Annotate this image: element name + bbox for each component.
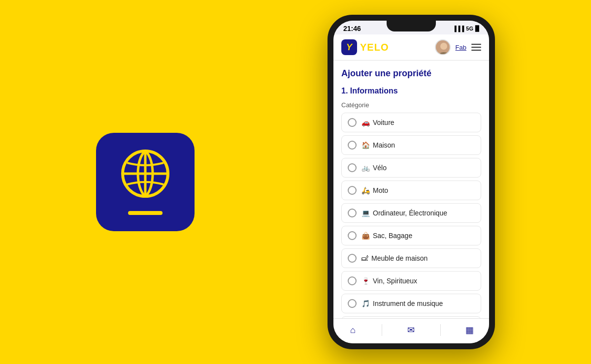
header-logo: Y YELO xyxy=(341,39,389,55)
radio-item-sac[interactable]: 👜 Sac, Bagage xyxy=(341,226,481,245)
mail-icon: ✉ xyxy=(407,325,415,335)
hamburger-line-1 xyxy=(471,44,481,45)
radio-circle-meuble xyxy=(348,254,357,263)
radio-icon-instrument: 🎵 xyxy=(361,300,370,307)
radio-circle-moto xyxy=(348,186,357,195)
phone-notch xyxy=(387,21,436,31)
radio-label-instrument: 🎵 Instrument de musique xyxy=(361,300,443,307)
network-type: 5G xyxy=(466,26,473,31)
user-avatar[interactable] xyxy=(435,39,451,55)
radio-circle-ordinateur xyxy=(348,209,357,217)
radio-icon-sac: 👜 xyxy=(361,232,370,240)
avatar-svg xyxy=(436,40,451,55)
radio-label-meuble: 🛋 Meuble de maison xyxy=(361,254,427,262)
grid-icon: ▦ xyxy=(465,325,474,335)
page-title: Ajouter une propriété xyxy=(341,68,481,79)
radio-item-moto[interactable]: 🛵 Moto xyxy=(341,181,481,200)
radio-label-ordinateur: 💻 Ordinateur, Électronique xyxy=(361,209,447,217)
nav-divider-1 xyxy=(382,324,382,336)
phone-mockup: 21:46 ▐▐▐ 5G ▉ Y YELO xyxy=(328,15,495,349)
user-name[interactable]: Fab xyxy=(456,44,466,51)
nav-grid[interactable]: ▦ xyxy=(460,323,480,337)
section-title: 1. Informations xyxy=(341,87,481,95)
radio-label-maison: 🏠 Maison xyxy=(361,141,395,149)
bottom-nav: ⌂ ✉ ▦ xyxy=(333,318,489,343)
header-right: Fab xyxy=(435,39,481,55)
category-label: Catégorie xyxy=(341,101,481,109)
radio-label-sac: 👜 Sac, Bagage xyxy=(361,232,412,240)
radio-icon-maison: 🏠 xyxy=(361,141,370,149)
radio-icon-moto: 🛵 xyxy=(361,186,370,194)
radio-label-voiture: 🚗 Voiture xyxy=(361,119,394,126)
status-icons: ▐▐▐ 5G ▉ xyxy=(453,26,479,32)
nav-home[interactable]: ⌂ xyxy=(343,323,362,337)
hamburger-line-2 xyxy=(471,47,481,48)
radio-icon-velo: 🚲 xyxy=(361,164,370,172)
phone-screen: 21:46 ▐▐▐ 5G ▉ Y YELO xyxy=(333,21,489,343)
nav-mail[interactable]: ✉ xyxy=(401,323,421,337)
hamburger-line-3 xyxy=(471,50,481,51)
radio-label-vin: 🍷 Vin, Spiritueux xyxy=(361,277,417,285)
logo-letter: Y xyxy=(346,42,352,53)
radio-circle-maison xyxy=(348,141,357,150)
radio-circle-voiture xyxy=(348,118,357,127)
page-content: Ajouter une propriété 1. Informations Ca… xyxy=(333,61,489,318)
signal-bars: ▐▐▐ xyxy=(453,26,464,31)
logo-name-text: YELO xyxy=(360,42,389,53)
radio-circle-sac xyxy=(348,231,357,240)
radio-label-moto: 🛵 Moto xyxy=(361,186,388,194)
radio-icon-meuble: 🛋 xyxy=(361,254,368,262)
radio-item-voiture[interactable]: 🚗 Voiture xyxy=(341,113,481,132)
app-icon xyxy=(96,133,195,231)
radio-circle-vin xyxy=(348,276,357,285)
battery-icon: ▉ xyxy=(475,26,479,32)
page-wrapper: 21:46 ▐▐▐ 5G ▉ Y YELO xyxy=(0,0,591,364)
home-icon: ⌂ xyxy=(350,325,356,335)
radio-item-meuble[interactable]: 🛋 Meuble de maison xyxy=(341,248,481,268)
hamburger-menu[interactable] xyxy=(471,44,481,51)
nav-divider-2 xyxy=(440,324,441,336)
app-header: Y YELO Fab xyxy=(333,34,489,61)
radio-icon-vin: 🍷 xyxy=(361,277,370,285)
radio-item-instrument[interactable]: 🎵 Instrument de musique xyxy=(341,294,481,313)
radio-circle-velo xyxy=(348,163,357,172)
radio-icon-voiture: 🚗 xyxy=(361,119,370,126)
radio-icon-ordinateur: 💻 xyxy=(361,209,370,217)
globe-icon xyxy=(118,149,172,203)
radio-label-velo: 🚲 Vélo xyxy=(361,164,387,172)
icon-bar xyxy=(128,211,163,215)
category-list: 🚗 Voiture 🏠 Maison 🚲 Vélo 🛵 Moto xyxy=(341,113,481,318)
radio-item-vin[interactable]: 🍷 Vin, Spiritueux xyxy=(341,271,481,291)
svg-point-4 xyxy=(440,43,447,50)
status-time: 21:46 xyxy=(343,25,361,32)
logo-name: YELO xyxy=(360,42,389,53)
radio-item-maison[interactable]: 🏠 Maison xyxy=(341,135,481,155)
logo-icon-box: Y xyxy=(341,39,357,55)
radio-item-ordinateur[interactable]: 💻 Ordinateur, Électronique xyxy=(341,203,481,223)
radio-item-velo[interactable]: 🚲 Vélo xyxy=(341,158,481,178)
radio-circle-instrument xyxy=(348,299,357,308)
